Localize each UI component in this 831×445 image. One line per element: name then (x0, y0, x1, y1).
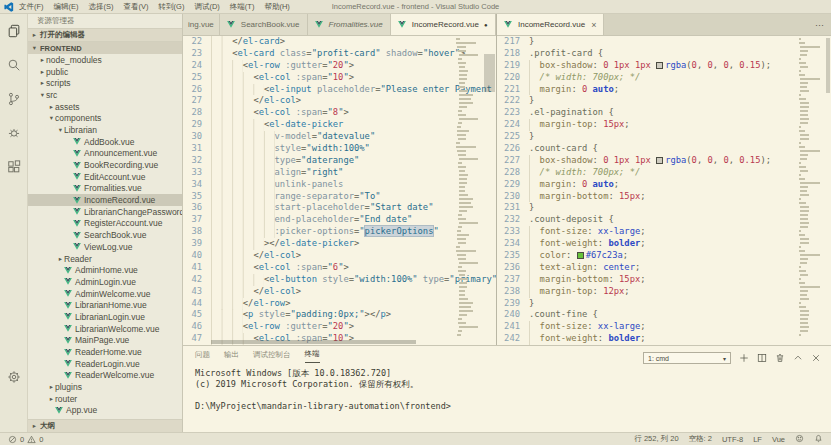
tree-file-ViewLog.vue[interactable]: ViewLog.vue (28, 241, 182, 253)
folder-root-section[interactable]: ▾ FRONTEND (28, 41, 182, 54)
tree-file-Fromalities.vue[interactable]: Fromalities.vue (28, 183, 182, 195)
tree-file-LibrarianWelcome.vue[interactable]: LibrarianWelcome.vue (28, 323, 182, 335)
code-line[interactable]: 27 </el-col> (183, 95, 496, 107)
problems-status[interactable]: 0 0 (8, 435, 43, 444)
tree-folder-Librarian[interactable]: ▾Librarian (28, 124, 182, 136)
tree-folder-src[interactable]: ▾src (28, 89, 182, 101)
extensions-icon[interactable] (4, 158, 24, 176)
search-icon[interactable] (4, 56, 24, 74)
code-line[interactable]: 225} (497, 131, 831, 143)
status-item-0[interactable]: 行 252, 列 20 (634, 434, 678, 444)
close-panel-icon[interactable] (811, 349, 821, 367)
tree-file-LibrarianChangePassword.vue[interactable]: LibrarianChangePassword.vue (28, 206, 182, 218)
code-line[interactable]: 22 </el-card> (183, 36, 496, 48)
v-scrollbar-right[interactable] (825, 36, 831, 339)
more-icon[interactable]: ··· (815, 20, 824, 30)
panel-tab-问题[interactable]: 问题 (195, 346, 210, 363)
code-line[interactable]: 36 start-placeholder="Start date" (183, 202, 496, 214)
menu-item-1[interactable]: 编辑(E) (54, 2, 79, 12)
split-terminal-icon[interactable] (757, 349, 767, 367)
code-line[interactable]: 40 </el-col> (183, 250, 496, 262)
tree-file-ReaderLogin.vue[interactable]: ReaderLogin.vue (28, 358, 182, 370)
code-line[interactable]: 42 <el-button style="width:100%" type="p… (183, 274, 496, 286)
panel-tab-调试控制台[interactable]: 调试控制台 (253, 346, 291, 363)
status-item-3[interactable]: LF (753, 435, 762, 444)
code-line[interactable]: 38 :picker-options="pickerOptions" (183, 226, 496, 238)
tree-file-SearchBook.vue[interactable]: SearchBook.vue (28, 229, 182, 241)
menu-item-3[interactable]: 查看(V) (124, 2, 149, 12)
code-line[interactable]: 240.count-fine { (497, 309, 831, 321)
settings-gear-icon[interactable] (4, 368, 24, 386)
code-line[interactable]: 235 color: #67c23a; (497, 250, 831, 262)
code-editor-left[interactable]: 22 </el-card>23 <el-card class="profit-c… (183, 36, 496, 345)
tree-file-AddBook.vue[interactable]: AddBook.vue (28, 136, 182, 148)
tree-file-BookRecording.vue[interactable]: BookRecording.vue (28, 159, 182, 171)
tree-file-MainPage.vue[interactable]: MainPage.vue (28, 335, 182, 347)
code-line[interactable]: 41 <el-col :span="6"> (183, 262, 496, 274)
open-editors-section[interactable]: ▸ 打开的编辑器 (28, 28, 182, 41)
code-line[interactable]: 241 font-size: xx-large; (497, 321, 831, 333)
code-line[interactable]: 46 <el-row :gutter="20"> (183, 321, 496, 333)
tree-file-IncomeRecord.vue[interactable]: IncomeRecord.vue (28, 194, 182, 206)
code-line[interactable]: 230 margin-bottom: 15px; (497, 191, 831, 203)
tree-file-Announcement.vue[interactable]: Announcement.vue (28, 148, 182, 160)
explorer-icon[interactable] (4, 22, 24, 40)
tree-file-ReaderHome.vue[interactable]: ReaderHome.vue (28, 346, 182, 358)
code-line[interactable]: 223.el-pagination { (497, 107, 831, 119)
source-control-icon[interactable] (4, 90, 24, 108)
tab-Fromalities.vue[interactable]: Fromalities.vue (308, 14, 391, 35)
panel-tab-终端[interactable]: 终端 (305, 346, 320, 363)
tab-SearchBook.vue[interactable]: SearchBook.vue (220, 14, 308, 35)
code-line[interactable]: 242 font-weight: bolder; (497, 333, 831, 345)
tree-folder-public[interactable]: ▸public (28, 66, 182, 78)
code-line[interactable]: 32 type="daterange" (183, 155, 496, 167)
code-line[interactable]: 37 end-placeholder="End date" (183, 214, 496, 226)
tab-IncomeRecord.vue[interactable]: IncomeRecord.vue× (497, 14, 604, 35)
debug-icon[interactable] (4, 124, 24, 142)
tree-file-AdminHome.vue[interactable]: AdminHome.vue (28, 264, 182, 276)
code-line[interactable]: 26 <el-input placeholder="Please enter P… (183, 84, 496, 96)
code-line[interactable]: 231} (497, 202, 831, 214)
tree-file-ReaderWelcome.vue[interactable]: ReaderWelcome.vue (28, 370, 182, 382)
outline-section[interactable]: ▸ 大纲 (28, 419, 182, 432)
feedback-icon[interactable] (795, 434, 804, 445)
code-line[interactable]: 25 <el-col :span="10"> (183, 72, 496, 84)
code-line[interactable]: 218.profit-card { (497, 48, 831, 60)
tree-file-AdminLogin.vue[interactable]: AdminLogin.vue (28, 276, 182, 288)
tree-file-RegisterAccount.vue[interactable]: RegisterAccount.vue (28, 218, 182, 230)
code-line[interactable]: 30 v-model="datevalue" (183, 131, 496, 143)
code-line[interactable]: 228 /* width: 700px; */ (497, 167, 831, 179)
code-line[interactable]: 221 margin: 0 auto; (497, 84, 831, 96)
minimap-right[interactable] (799, 38, 823, 337)
status-item-1[interactable]: 空格: 2 (689, 434, 712, 444)
code-line[interactable]: 24 <el-row :gutter="20"> (183, 60, 496, 72)
code-line[interactable]: 23 <el-card class="profit-card" shadow="… (183, 48, 496, 60)
code-line[interactable]: 28 <el-col :span="8"> (183, 107, 496, 119)
shell-selector[interactable]: 1: cmd ▾ (643, 352, 731, 364)
status-item-4[interactable]: Vue (772, 435, 785, 444)
code-line[interactable]: 39 ></el-date-picker> (183, 238, 496, 250)
code-line[interactable]: 35 range-separator="To" (183, 191, 496, 203)
code-line[interactable]: 236 text-align: center; (497, 262, 831, 274)
code-line[interactable]: 45 <p style="padding:0px;"></p> (183, 309, 496, 321)
code-line[interactable]: 233 font-size: xx-large; (497, 226, 831, 238)
menu-item-7[interactable]: 帮助(H) (264, 2, 289, 12)
status-item-2[interactable]: UTF-8 (722, 435, 743, 444)
tab-ing.vue[interactable]: ing.vue (183, 14, 220, 35)
tree-folder-router[interactable]: ▸router (28, 393, 182, 405)
v-scrollbar-left[interactable] (483, 36, 496, 339)
code-line[interactable]: 34 unlink-panels (183, 179, 496, 191)
code-line[interactable]: 229 margin: 0 auto; (497, 179, 831, 191)
code-line[interactable]: 239} (497, 298, 831, 310)
tree-folder-plugins[interactable]: ▸plugins (28, 381, 182, 393)
code-line[interactable]: 222} (497, 95, 831, 107)
tree-folder-node_modules[interactable]: ▸node_modules (28, 54, 182, 66)
notifications-icon[interactable] (814, 434, 823, 445)
tree-file-LibrarianHome.vue[interactable]: LibrarianHome.vue (28, 299, 182, 311)
menu-item-2[interactable]: 选择(S) (89, 2, 114, 12)
menu-item-4[interactable]: 转到(G) (159, 2, 185, 12)
code-line[interactable]: 234 font-weight: bolder; (497, 238, 831, 250)
code-line[interactable]: 237 margin-bottom: 15px; (497, 274, 831, 286)
kill-terminal-icon[interactable] (775, 349, 785, 367)
close-icon[interactable]: × (591, 20, 596, 30)
